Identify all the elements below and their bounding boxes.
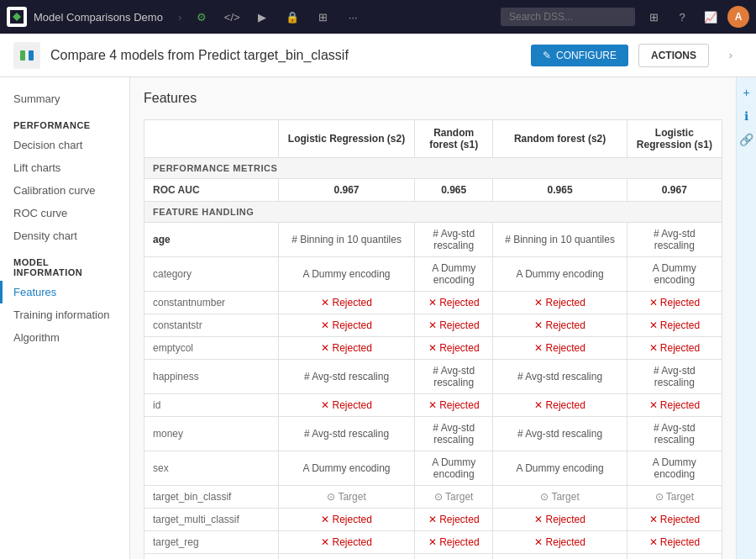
nav-code-icon[interactable]: </> (220, 5, 244, 29)
feature-name-emptycol: emptycol (144, 337, 279, 360)
nav-settings-icon[interactable]: ⚙ (190, 5, 213, 29)
table-row: happiness # Avg-std rescaling # Avg-std … (144, 360, 722, 394)
feature-id-lr1: ✕ Rejected (279, 394, 415, 417)
app-icon (7, 7, 27, 27)
feature-constantstr-lr1: ✕ Rejected (279, 314, 415, 337)
table-row: category A Dummy encoding A Dummy encodi… (144, 257, 722, 292)
feature-target-reg-lr2: ✕ Rejected (627, 531, 722, 554)
help-icon[interactable]: ? (670, 5, 694, 29)
feature-name-thedate: thedate (144, 554, 279, 560)
feature-happiness-lr2: # Avg-std rescaling (627, 360, 722, 394)
feature-happiness-rf1: # Avg-std rescaling (415, 360, 493, 394)
table-row: age # Binning in 10 quantiles # Avg-std … (144, 223, 722, 257)
nav-lock-icon[interactable]: 🔒 (281, 5, 304, 29)
metric-roc-auc-lr2: 0.967 (627, 179, 722, 202)
model-header-lr1: Logistic Regression (s2) (279, 120, 415, 158)
metric-roc-auc-row: ROC AUC 0.967 0.965 0.965 0.967 (144, 179, 722, 202)
feature-target-bin-rf2: ⊙ Target (493, 486, 627, 509)
actions-button[interactable]: AcTiONS (638, 44, 709, 67)
table-row: money # Avg-std rescaling # Avg-std resc… (144, 417, 722, 451)
feature-category-lr2: A Dummy encoding (627, 257, 722, 292)
nav-run-icon[interactable]: ▶ (250, 5, 274, 29)
page-title: Features (144, 91, 722, 106)
features-table: Logistic Regression (s2) Random forest (… (144, 119, 722, 559)
header-title: Compare 4 models from Predict target_bin… (50, 48, 521, 63)
feature-id-lr2: ✕ Rejected (627, 394, 722, 417)
sidebar-item-training-info[interactable]: Training information (0, 303, 129, 326)
chart-icon[interactable]: 📈 (699, 5, 722, 29)
feature-constantstr-rf2: ✕ Rejected (493, 314, 627, 337)
feature-emptycol-rf2: ✕ Rejected (493, 337, 627, 360)
feature-constantnumber-rf1: ✕ Rejected (415, 292, 493, 314)
table-row: target_multi_classif ✕ Rejected ✕ Reject… (144, 509, 722, 531)
feature-constantnumber-lr1: ✕ Rejected (279, 292, 415, 314)
sidebar-section-performance: PERFORMANCE (0, 110, 129, 134)
sidebar-item-features[interactable]: Features (0, 281, 129, 303)
table-row: sex A Dummy encoding A Dummy encoding A … (144, 451, 722, 486)
table-row: id ✕ Rejected ✕ Rejected ✕ Rejected ✕ Re… (144, 394, 722, 417)
header-bar: Compare 4 models from Predict target_bin… (0, 34, 756, 77)
compare-icon (13, 42, 40, 69)
feature-age-lr2: # Avg-std rescaling (627, 223, 722, 257)
table-row: constantstr ✕ Rejected ✕ Rejected ✕ Reje… (144, 314, 722, 337)
table-row: constantnumber ✕ Rejected ✕ Rejected ✕ R… (144, 292, 722, 314)
sidebar-item-density-chart[interactable]: Density chart (0, 224, 129, 247)
feature-target-reg-lr1: ✕ Rejected (279, 531, 415, 554)
feature-age-lr1: # Binning in 10 quantiles (279, 223, 415, 257)
empty-header (144, 120, 279, 158)
feature-thedate-rf2: ✕ Rejected (493, 554, 627, 560)
sidebar-section-model-info: MODEL INFORMATION (0, 247, 129, 281)
model-header-rf1: Random forest (s1) (415, 120, 493, 158)
feature-target-multi-rf1: ✕ Rejected (415, 509, 493, 531)
feature-category-rf1: A Dummy encoding (415, 257, 493, 292)
sidebar-item-roc-curve[interactable]: ROC curve (0, 202, 129, 224)
sidebar-item-decision-chart[interactable]: Decision chart (0, 134, 129, 156)
feature-name-target-reg: target_reg (144, 531, 279, 554)
feature-thedate-lr1: ✕ Rejected (279, 554, 415, 560)
sidebar-item-algorithm[interactable]: Algorithm (0, 326, 129, 349)
feature-target-multi-lr1: ✕ Rejected (279, 509, 415, 531)
feature-id-rf1: ✕ Rejected (415, 394, 493, 417)
metric-roc-auc-rf1: 0.965 (415, 179, 493, 202)
sidebar-item-summary[interactable]: Summary (0, 87, 129, 110)
user-avatar[interactable]: A (727, 6, 749, 28)
nav-more-icon[interactable]: ··· (341, 5, 365, 29)
back-button[interactable]: › (719, 44, 743, 67)
feature-target-reg-rf2: ✕ Rejected (493, 531, 627, 554)
table-row: target_bin_classif ⊙ Target ⊙ Target ⊙ T… (144, 486, 722, 509)
feature-target-multi-lr2: ✕ Rejected (627, 509, 722, 531)
feature-thedate-rf1: ✕ Rejected (415, 554, 493, 560)
add-icon[interactable]: + (738, 84, 755, 101)
feature-target-bin-rf1: ⊙ Target (415, 486, 493, 509)
grid-apps-icon[interactable]: ⊞ (642, 5, 665, 29)
feature-thedate-lr2: ✕ Rejected (627, 554, 722, 560)
feature-constantnumber-lr2: ✕ Rejected (627, 292, 722, 314)
feature-constantstr-lr2: ✕ Rejected (627, 314, 722, 337)
table-row: thedate ✕ Rejected ✕ Rejected ✕ Rejected… (144, 554, 722, 560)
section-performance-label: PERFORMANCE METRICS (144, 158, 722, 179)
configure-button[interactable]: ✎ CONFIGURE (531, 45, 628, 66)
sidebar-item-lift-charts[interactable]: Lift charts (0, 156, 129, 179)
share-icon[interactable]: 🔗 (738, 131, 755, 148)
feature-name-sex: sex (144, 451, 279, 486)
table-row: target_reg ✕ Rejected ✕ Rejected ✕ Rejec… (144, 531, 722, 554)
main-layout: Summary PERFORMANCE Decision chart Lift … (0, 77, 756, 559)
feature-name-target-multi: target_multi_classif (144, 509, 279, 531)
feature-name-age: age (144, 223, 279, 257)
feature-name-id: id (144, 394, 279, 417)
feature-money-lr2: # Avg-std rescaling (627, 417, 722, 451)
feature-name-category: category (144, 257, 279, 292)
feature-age-rf2: # Binning in 10 quantiles (493, 223, 627, 257)
feature-name-money: money (144, 417, 279, 451)
feature-sex-lr1: A Dummy encoding (279, 451, 415, 486)
section-feature-handling: FEATURE HANDLING (144, 202, 722, 223)
info-icon[interactable]: ℹ (738, 108, 755, 124)
sidebar-item-calibration-curve[interactable]: Calibration curve (0, 179, 129, 202)
nav-grid-icon[interactable]: ⊞ (311, 5, 334, 29)
model-header-lr2: Logistic Regression (s1) (627, 120, 722, 158)
feature-target-bin-lr2: ⊙ Target (627, 486, 722, 509)
feature-money-rf1: # Avg-std rescaling (415, 417, 493, 451)
top-nav: Model Comparisons Demo › ⚙ </> ▶ 🔒 ⊞ ···… (0, 0, 756, 34)
search-input[interactable] (501, 8, 635, 26)
feature-id-rf2: ✕ Rejected (493, 394, 627, 417)
